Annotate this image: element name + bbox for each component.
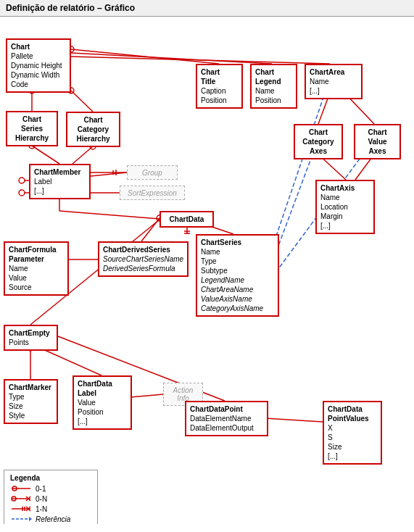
box-chart-data-label: ChartDataLabel Value Position [...] xyxy=(73,375,132,430)
box-chart-data-point-values: ChartDataPointValues X S Size [...] xyxy=(323,401,382,465)
svg-line-41 xyxy=(40,348,102,375)
box-chart-line3: Dynamic Width xyxy=(11,70,66,80)
svg-point-14 xyxy=(19,178,25,183)
legend-label-1-n: 1-N xyxy=(36,505,47,513)
ghost-group: Group xyxy=(127,165,178,180)
legend-row-0-1: 0-1 xyxy=(10,484,91,493)
box-chart-category-hierarchy: ChartCategoryHierarchy xyxy=(66,112,120,147)
legend-0-1-icon xyxy=(10,484,32,493)
svg-line-12 xyxy=(91,173,127,176)
legend-box: Legenda 0-1 0-N xyxy=(4,470,98,524)
legend-row-0-n: 0-N xyxy=(10,494,91,503)
legend-row-ref: Referência xyxy=(10,515,91,523)
legend-1-n-icon xyxy=(10,504,32,513)
box-chart-line2: Dynamic Height xyxy=(11,61,66,70)
page-title: Definição de relatório – Gráfico xyxy=(6,3,135,13)
box-chart-line1: Pallete xyxy=(11,51,66,61)
box-chart-member: ChartMember Label [...] xyxy=(29,164,91,199)
box-chart-data: ChartData xyxy=(160,211,214,228)
legend-title: Legenda xyxy=(10,474,91,482)
box-chart-formula-parameter: ChartFormulaParameter Name Value Source xyxy=(4,241,69,296)
legend-label-0-1: 0-1 xyxy=(36,485,46,493)
box-chart-axis: ChartAxis Name Location Margin [...] xyxy=(315,180,375,234)
box-chart-category-axes: ChartCategoryAxes xyxy=(294,124,343,159)
ghost-sort-expression: SortExpression xyxy=(120,186,185,200)
box-chart-data-point: ChartDataPoint DataElementName DataEleme… xyxy=(185,401,268,436)
legend-row-1-n: 1-N xyxy=(10,504,91,513)
legend-ref-icon xyxy=(10,515,32,523)
box-chart-series: ChartSeries Name Type Subtype LegendName… xyxy=(196,234,279,317)
box-chart-title: Chart xyxy=(11,42,66,51)
svg-line-4 xyxy=(71,49,219,64)
box-chart-line4: Code xyxy=(11,80,66,89)
box-chart-empty: ChartEmpty Points xyxy=(4,325,58,351)
box-csh-title: ChartSeriesHierarchy xyxy=(11,115,53,143)
legend-label-0-n: 0-N xyxy=(36,495,47,503)
legend-0-n-icon xyxy=(10,494,32,503)
svg-line-7 xyxy=(71,57,330,64)
box-chart-derived-series: ChartDerivedSeries SourceChartSeriesName… xyxy=(98,241,189,277)
svg-point-16 xyxy=(19,190,25,196)
box-chart-area: ChartArea Name [...] xyxy=(305,64,363,99)
box-chart-legend: ChartLegend Name Position xyxy=(250,64,297,109)
svg-line-2 xyxy=(71,91,93,112)
svg-marker-62 xyxy=(29,517,32,521)
box-chart-title: ChartTitle Caption Position xyxy=(196,64,243,109)
svg-line-8 xyxy=(32,146,59,164)
svg-line-42 xyxy=(131,394,163,397)
svg-line-22 xyxy=(59,211,160,219)
legend-label-ref: Referência xyxy=(36,515,70,523)
box-cch-title: ChartCategoryHierarchy xyxy=(71,115,115,144)
diagram-container: Chart Pallete Dynamic Height Dynamic Wid… xyxy=(0,17,414,524)
svg-line-23 xyxy=(141,218,160,241)
page-header: Definição de relatório – Gráfico xyxy=(0,0,414,17)
box-cd-title: ChartData xyxy=(165,215,209,224)
box-cm-title: ChartMember xyxy=(34,167,86,177)
svg-line-10 xyxy=(73,146,93,164)
box-chart-series-hierarchy: ChartSeriesHierarchy xyxy=(6,111,58,146)
svg-line-6 xyxy=(71,53,272,64)
box-chart-marker: ChartMarker Type Size Style xyxy=(4,379,58,424)
svg-line-44 xyxy=(265,418,323,422)
box-chart: Chart Pallete Dynamic Height Dynamic Wid… xyxy=(6,38,71,93)
box-chart-value-axes: ChartValueAxes xyxy=(354,124,401,159)
